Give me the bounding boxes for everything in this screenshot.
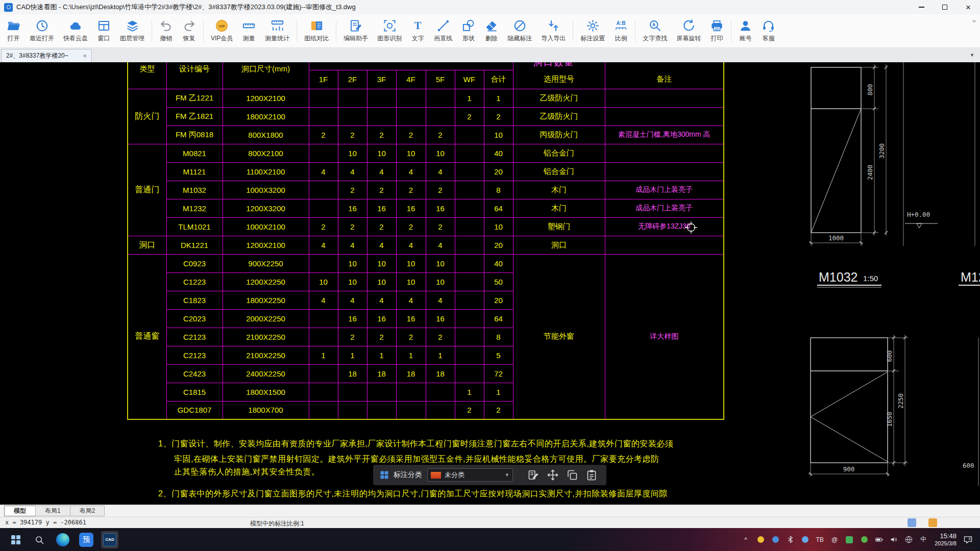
- toolbar-layer-manager-button[interactable]: 图层管理: [115, 19, 149, 43]
- toolbar-text-button[interactable]: T文字: [406, 19, 429, 43]
- tray-blue-app-icon[interactable]: [800, 535, 810, 545]
- start-button[interactable]: [7, 531, 24, 548]
- toolbar-draw-line-button[interactable]: 画直线: [429, 19, 457, 43]
- document-tab[interactable]: 2#、3#8337教学楼20~ ×: [1, 49, 92, 62]
- taskbar-clock[interactable]: 15:48 2025/3/8: [935, 532, 957, 547]
- toolbar-scale-button[interactable]: A:B比例: [609, 19, 632, 43]
- edge-browser-icon[interactable]: [54, 531, 71, 548]
- qty-cell: 10: [367, 144, 396, 162]
- battery-icon[interactable]: [874, 535, 884, 545]
- tray-leaf-app-icon[interactable]: [859, 535, 869, 545]
- toolbar-separator: [573, 20, 573, 42]
- hide-annotation-icon: [513, 19, 527, 33]
- tray-mail-app-icon[interactable]: @: [829, 535, 840, 545]
- toolbar-measure-stats-button[interactable]: 测量统计: [260, 19, 294, 43]
- qty-cell: 4: [309, 291, 338, 309]
- toolbar-account-button[interactable]: 账号: [734, 19, 757, 43]
- remark-cell: [605, 162, 724, 181]
- status-quick-icon-2[interactable]: [928, 518, 937, 527]
- annotation-settings-icon: [586, 19, 600, 33]
- sheet-tab-0[interactable]: 模型: [4, 506, 36, 516]
- tray-wechat-icon[interactable]: [844, 535, 854, 545]
- sheet-tab-2[interactable]: 布局2: [70, 506, 105, 516]
- network-icon[interactable]: [903, 535, 914, 545]
- tray-defender-icon[interactable]: [770, 535, 780, 545]
- toolbar-vip-member-button[interactable]: VIPVIP会员: [206, 19, 237, 43]
- toolbar-window-button[interactable]: 窗口: [92, 19, 115, 43]
- toolbar-label: 打印: [711, 34, 723, 43]
- qty-cell: 16: [396, 309, 426, 328]
- qty-cell: 10: [338, 272, 367, 291]
- qty-cell: 10: [484, 217, 513, 236]
- toolbar-print-button[interactable]: 打印: [705, 19, 728, 43]
- qty-cell: 4: [396, 236, 426, 254]
- toolbar-measure-button[interactable]: 测量: [237, 19, 260, 43]
- drawing-canvas[interactable]: 类型设计编号洞口尺寸(mm)选用型号备注1F2F3F4F5FWF合计防火门FM …: [0, 62, 980, 505]
- volume-icon[interactable]: [889, 535, 899, 545]
- qty-cell: 4: [426, 162, 455, 181]
- notification-center-icon[interactable]: [963, 534, 974, 545]
- toolbar-cloud-drive-button[interactable]: 快看云盘: [59, 19, 92, 43]
- design-code: FM 乙1221: [166, 89, 223, 107]
- taskbar-search-icon[interactable]: [31, 531, 48, 548]
- toolbar-annotation-settings-button[interactable]: 标注设置: [576, 19, 609, 43]
- sheet-tab-1[interactable]: 布局1: [35, 506, 70, 516]
- tray-yellow-app-icon[interactable]: [755, 535, 766, 545]
- toolbar-customer-service-button[interactable]: 客服: [757, 19, 780, 43]
- opening-size: 2400X2250: [223, 364, 309, 383]
- opening-size: 1800X2250: [223, 291, 309, 309]
- cad-app-icon[interactable]: CAD: [101, 531, 118, 548]
- cursor-coordinates: x = 394179 y = -206861: [5, 519, 86, 526]
- level-label: H+0.00: [907, 211, 930, 218]
- bluetooth-icon[interactable]: [785, 535, 795, 545]
- qty-cell: 16: [367, 309, 396, 328]
- toolbar-overflow-chevron[interactable]: »: [972, 17, 976, 24]
- toolbar-label: VIP会员: [211, 34, 233, 43]
- toolbar-open-button[interactable]: 打开: [2, 19, 25, 43]
- note-line: 止其坠落伤人的措施,对其安全性负责。: [174, 467, 320, 478]
- toolbar-edit-assistant-button[interactable]: 编辑助手: [339, 19, 373, 43]
- model-cell: 乙级防火门: [513, 107, 605, 126]
- toolbar-hide-annotation-button[interactable]: 隐藏标注: [503, 19, 536, 43]
- opening-size: 2000X2250: [223, 309, 309, 328]
- yu-app-icon[interactable]: 预: [78, 531, 95, 548]
- edit-annotation-icon[interactable]: [527, 469, 540, 481]
- dim-door-top: 800: [866, 84, 874, 96]
- toolbar-recent-open-button[interactable]: 最近打开: [25, 19, 59, 43]
- qty-cell: 2: [396, 328, 426, 346]
- category-dropdown[interactable]: 未分类 ▼: [427, 468, 513, 482]
- maximize-button[interactable]: [933, 0, 957, 14]
- copy-annotation-icon[interactable]: [566, 469, 578, 481]
- toolbar-undo-button[interactable]: 撤销: [155, 19, 178, 43]
- qty-cell: [455, 199, 484, 217]
- toolbar-drawing-compare-button[interactable]: 图纸对比: [300, 19, 333, 43]
- paste-annotation-icon[interactable]: [585, 469, 598, 481]
- qty-cell: [338, 89, 367, 107]
- shapes-icon: [461, 19, 475, 33]
- toolbar-text-search-button[interactable]: 文字查找: [638, 19, 672, 43]
- toolbar-redo-button[interactable]: 恢复: [178, 19, 201, 43]
- toolbar-delete-button[interactable]: 删除: [480, 19, 503, 43]
- minimize-button[interactable]: [910, 0, 933, 14]
- opening-size: 1200X2250: [223, 272, 309, 291]
- model-cell: 塑钢门: [513, 217, 605, 236]
- toolbar-label: 文字查找: [643, 34, 667, 43]
- toolbar-import-export-button[interactable]: 导入导出: [536, 19, 570, 43]
- hidden-icons-chevron-icon[interactable]: ^: [741, 535, 751, 545]
- toolbar-screen-rotate-button[interactable]: 屏幕旋转: [672, 19, 705, 43]
- model-cell: 节能外窗: [513, 254, 605, 419]
- tray-tb-app-icon[interactable]: TB: [815, 535, 825, 545]
- qty-cell: [309, 383, 338, 401]
- qty-cell: 4: [309, 162, 338, 181]
- tab-close-icon[interactable]: ×: [83, 52, 87, 60]
- ime-icon[interactable]: 中: [918, 535, 928, 545]
- toolbar-shape-recognition-button[interactable]: 图形识别: [373, 19, 406, 43]
- header-floor: 合计: [484, 70, 513, 89]
- toolbar-shapes-button[interactable]: 形状: [457, 19, 480, 43]
- design-code: FM 乙1821: [166, 107, 223, 126]
- move-annotation-icon[interactable]: [547, 469, 559, 481]
- tab-list-dropdown-icon[interactable]: ▼: [970, 53, 974, 58]
- status-quick-icon-1[interactable]: [908, 518, 916, 527]
- close-button[interactable]: ×: [957, 0, 980, 14]
- qty-cell: 40: [484, 254, 513, 272]
